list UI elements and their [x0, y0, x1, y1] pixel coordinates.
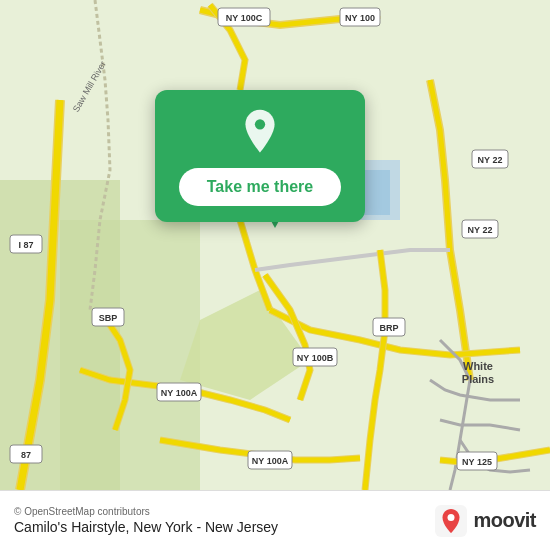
location-title: Camilo's Hairstyle, New York - New Jerse…	[14, 519, 278, 535]
popup-card: Take me there	[155, 90, 365, 222]
svg-text:White: White	[463, 360, 493, 372]
osm-attribution: © OpenStreetMap contributors	[14, 506, 278, 517]
svg-text:NY 100A: NY 100A	[252, 456, 289, 466]
svg-text:BRP: BRP	[379, 323, 398, 333]
map-background: NY 100C NY 100 NY 100A NY 22 NY 22 I 87 …	[0, 0, 550, 490]
svg-text:SBP: SBP	[99, 313, 118, 323]
bottom-left-info: © OpenStreetMap contributors Camilo's Ha…	[14, 506, 278, 535]
map-container: NY 100C NY 100 NY 100A NY 22 NY 22 I 87 …	[0, 0, 550, 490]
svg-text:NY 100C: NY 100C	[226, 13, 263, 23]
location-pin-icon	[236, 108, 284, 156]
svg-text:NY 100A: NY 100A	[161, 388, 198, 398]
svg-text:NY 125: NY 125	[462, 457, 492, 467]
svg-point-38	[255, 119, 265, 129]
svg-rect-2	[60, 220, 200, 490]
take-me-there-button[interactable]: Take me there	[179, 168, 341, 206]
svg-text:I 87: I 87	[18, 240, 33, 250]
svg-text:Plains: Plains	[462, 373, 494, 385]
svg-point-40	[448, 514, 455, 521]
svg-text:NY 100: NY 100	[345, 13, 375, 23]
moovit-brand-icon	[435, 505, 467, 537]
moovit-logo: moovit	[435, 505, 536, 537]
bottom-bar: © OpenStreetMap contributors Camilo's Ha…	[0, 490, 550, 550]
svg-text:87: 87	[21, 450, 31, 460]
svg-text:NY 22: NY 22	[468, 225, 493, 235]
svg-text:NY 100B: NY 100B	[297, 353, 334, 363]
svg-text:NY 22: NY 22	[478, 155, 503, 165]
moovit-brand-name: moovit	[473, 509, 536, 532]
